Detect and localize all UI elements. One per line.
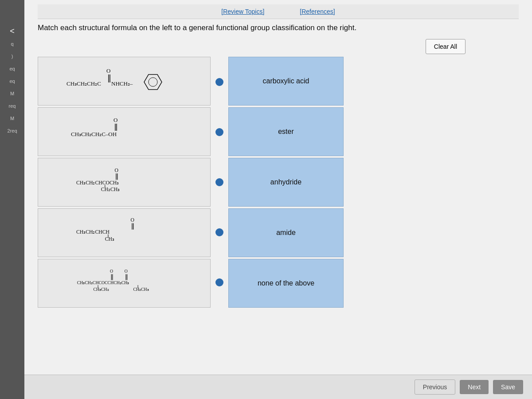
class-label-5: none of the above bbox=[258, 279, 314, 287]
connector-column bbox=[211, 57, 228, 308]
svg-text:CH₃CH₂CHCOCH₃: CH₃CH₂CHCOCH₃ bbox=[76, 180, 119, 186]
svg-text:CH₃CH₂CH₂C–OH: CH₃CH₂CH₂C–OH bbox=[71, 131, 117, 137]
class-box-anhydride[interactable]: anhydride bbox=[228, 158, 344, 207]
class-label-2: ester bbox=[278, 128, 294, 136]
connector-dot-1[interactable] bbox=[215, 78, 223, 86]
clear-all-button[interactable]: Clear All bbox=[426, 39, 466, 54]
formula-svg-5: CH₃CH₂CHCOCCHCH₂CH₃ O O CH₃CH₂ CH₂CH₃ bbox=[62, 263, 186, 303]
next-button[interactable]: Next bbox=[460, 380, 489, 394]
sidebar-arrow[interactable]: < bbox=[10, 27, 15, 36]
svg-text:O: O bbox=[106, 67, 110, 74]
formula-box-3[interactable]: CH₃CH₂CHCOCH₃ O CH₂CH₃ bbox=[38, 158, 211, 207]
svg-marker-5 bbox=[144, 74, 162, 90]
formula-box-2[interactable]: CH₃CH₂CH₂C–OH O bbox=[38, 107, 211, 156]
formula-box-4[interactable]: CH₃CH₂CHCH O CH₃ bbox=[38, 208, 211, 257]
svg-text:O: O bbox=[113, 117, 117, 123]
references-link[interactable]: [References] bbox=[300, 8, 335, 15]
previous-button[interactable]: Previous bbox=[415, 379, 455, 395]
sidebar-item-4[interactable]: eq bbox=[8, 77, 16, 86]
sidebar-item-7[interactable]: M bbox=[9, 114, 15, 123]
class-box-amide[interactable]: amide bbox=[228, 208, 344, 257]
class-box-none[interactable]: none of the above bbox=[228, 259, 344, 308]
classification-column: carboxylic acid ester anhydride amide no… bbox=[228, 57, 344, 308]
sidebar-item-1[interactable]: q bbox=[10, 39, 14, 48]
svg-text:CH₂CH₃: CH₂CH₃ bbox=[133, 287, 149, 292]
formula-box-1[interactable]: CH₃CH₂CH₂C O NHCH₂– bbox=[38, 57, 211, 106]
formula-svg-1: CH₃CH₂CH₂C O NHCH₂– bbox=[62, 61, 186, 101]
connector-dot-2[interactable] bbox=[215, 128, 223, 136]
sidebar-item-2[interactable]: ) bbox=[11, 52, 14, 61]
class-label-1: carboxylic acid bbox=[263, 77, 309, 85]
svg-text:CH₂CH₃: CH₂CH₃ bbox=[101, 187, 120, 192]
connector-dot-3[interactable] bbox=[215, 178, 223, 186]
svg-text:O: O bbox=[114, 168, 118, 173]
clear-all-row: Clear All bbox=[38, 39, 466, 54]
top-bar: [Review Topics] [References] bbox=[38, 4, 519, 19]
connector-dot-5[interactable] bbox=[215, 278, 223, 286]
svg-text:CH₃CH₂CH₂C: CH₃CH₂CH₂C bbox=[66, 80, 101, 87]
svg-text:O: O bbox=[125, 269, 128, 274]
formula-svg-4: CH₃CH₂CHCH O CH₃ bbox=[62, 213, 186, 253]
svg-text:CH₃CH₂CHCH: CH₃CH₂CHCH bbox=[76, 229, 110, 235]
svg-text:NHCH₂–: NHCH₂– bbox=[111, 80, 133, 87]
left-sidebar: < q ) eq eq M req M 2req bbox=[0, 0, 24, 399]
sidebar-item-6[interactable]: req bbox=[8, 102, 17, 110]
sidebar-item-3[interactable]: eq bbox=[8, 64, 16, 73]
svg-text:CH₃CH₂: CH₃CH₂ bbox=[93, 287, 109, 292]
connector-dot-4[interactable] bbox=[215, 228, 223, 236]
class-label-3: anhydride bbox=[270, 178, 301, 186]
main-content: [Review Topics] [References] Match each … bbox=[24, 0, 532, 399]
svg-point-6 bbox=[149, 78, 157, 86]
class-box-carboxylic-acid[interactable]: carboxylic acid bbox=[228, 57, 344, 106]
svg-text:O: O bbox=[130, 217, 134, 223]
review-topics-link[interactable]: [Review Topics] bbox=[221, 8, 264, 15]
svg-text:O: O bbox=[110, 269, 113, 274]
class-box-ester[interactable]: ester bbox=[228, 107, 344, 156]
svg-text:CH₃CH₂CHCOCCHCH₂CH₃: CH₃CH₂CHCOCCHCH₂CH₃ bbox=[77, 280, 129, 285]
formula-column: CH₃CH₂CH₂C O NHCH₂– CH₃CH₂CH₂C–OH bbox=[38, 57, 211, 308]
save-button[interactable]: Save bbox=[493, 380, 523, 394]
class-label-4: amide bbox=[276, 229, 296, 237]
formula-svg-2: CH₃CH₂CH₂C–OH O bbox=[62, 112, 186, 152]
sidebar-item-5[interactable]: M bbox=[9, 89, 15, 98]
instruction-text: Match each structural formula on the lef… bbox=[38, 23, 519, 32]
formula-box-5[interactable]: CH₃CH₂CHCOCCHCH₂CH₃ O O CH₃CH₂ CH₂CH₃ bbox=[38, 259, 211, 308]
svg-text:CH₃: CH₃ bbox=[105, 236, 114, 242]
sidebar-item-8[interactable]: 2req bbox=[6, 126, 18, 135]
matching-container: CH₃CH₂CH₂C O NHCH₂– CH₃CH₂CH₂C–OH bbox=[38, 57, 519, 308]
formula-svg-3: CH₃CH₂CHCOCH₃ O CH₂CH₃ bbox=[62, 162, 186, 202]
bottom-navigation: Previous Next Save bbox=[24, 375, 532, 399]
